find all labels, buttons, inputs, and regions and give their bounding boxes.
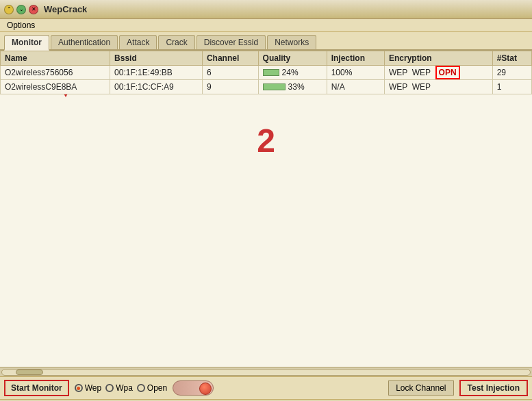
scrollbar-thumb[interactable] [16, 370, 43, 375]
title-bar: ⌃ ⌄ ✕ WepCrack [0, 0, 532, 19]
cell-encryption-2: WEP WEP [384, 80, 492, 94]
radio-wep[interactable]: Wep [75, 383, 101, 393]
tab-monitor[interactable]: Monitor [4, 35, 49, 51]
table-row[interactable]: O2wireless756056 00:1F:1E:49:BB 6 24% 10… [1, 66, 532, 80]
menu-bar: Options [0, 19, 532, 32]
radio-wpa-circle[interactable] [105, 384, 114, 392]
cell-bssid-2: 00:1F:1C:CF:A9 [110, 80, 203, 94]
radio-wep-circle[interactable] [75, 384, 83, 392]
radio-group: Wep Wpa Open [75, 383, 168, 393]
lock-channel-button[interactable]: Lock Channel [388, 380, 453, 396]
tab-authentication[interactable]: Authentication [51, 35, 118, 49]
cell-channel-2: 9 [202, 80, 258, 94]
cell-injection-2: N/A [327, 80, 384, 94]
cell-encryption-1: WEP WEP OPN [384, 66, 492, 80]
toggle-slider[interactable] [173, 380, 214, 396]
col-injection: Injection [327, 51, 384, 66]
start-monitor-button[interactable]: Start Monitor [4, 380, 69, 396]
network-count: 2 [0, 94, 532, 187]
col-channel: Channel [202, 51, 258, 66]
horizontal-scrollbar[interactable] [0, 367, 532, 376]
radio-open-circle[interactable] [137, 384, 145, 392]
network-table: Name Bssid Channel Quality Injection Enc… [0, 51, 532, 94]
cell-name-1: O2wireless756056 [1, 66, 110, 80]
cell-name-2: O2wirelessC9E8BA [1, 80, 110, 94]
cell-channel-1: 6 [202, 66, 258, 80]
maximize-button[interactable]: ⌄ [16, 5, 26, 14]
tab-networks[interactable]: Networks [267, 35, 316, 49]
opn-badge: OPN [435, 66, 460, 79]
minimize-button[interactable]: ⌃ [4, 5, 14, 14]
radio-wpa[interactable]: Wpa [105, 383, 133, 393]
col-stat: #Stat [492, 51, 531, 66]
main-window: Monitor Authentication Attack Crack Disc… [0, 32, 532, 399]
col-encryption: Encryption [384, 51, 492, 66]
cell-stat-1: 29 [492, 66, 531, 80]
col-bssid: Bssid [110, 51, 203, 66]
window-controls[interactable]: ⌃ ⌄ ✕ [4, 5, 38, 14]
menu-options[interactable]: Options [4, 19, 38, 31]
close-button[interactable]: ✕ [29, 5, 38, 14]
scrollbar-track[interactable] [1, 369, 531, 376]
radio-open-label: Open [147, 383, 167, 393]
bottom-bar: Start Monitor Wep Wpa Open Lock Channel … [0, 376, 532, 399]
tab-bar: Monitor Authentication Attack Crack Disc… [0, 32, 532, 51]
tab-crack[interactable]: Crack [158, 35, 194, 49]
table-row[interactable]: O2wirelessC9E8BA 00:1F:1C:CF:A9 9 33% N/… [1, 80, 532, 94]
tab-attack[interactable]: Attack [119, 35, 157, 49]
radio-wep-label: Wep [85, 383, 101, 393]
radio-open[interactable]: Open [137, 383, 167, 393]
cell-stat-2: 1 [492, 80, 531, 94]
cell-injection-1: 100% [327, 66, 384, 80]
window-title: WepCrack [44, 4, 87, 14]
content-area: Name Bssid Channel Quality Injection Enc… [0, 51, 532, 376]
cell-quality-2: 33% [258, 80, 327, 94]
cell-bssid-1: 00:1F:1E:49:BB [110, 66, 203, 80]
cell-quality-1: 24% [258, 66, 327, 80]
toggle-knob[interactable] [199, 383, 212, 395]
test-injection-button[interactable]: Test Injection [459, 380, 528, 396]
radio-wpa-label: Wpa [116, 383, 133, 393]
scroll-area: 2 [0, 94, 532, 367]
col-name: Name [1, 51, 110, 66]
col-quality: Quality [258, 51, 327, 66]
arrow-indicator [60, 94, 71, 97]
tab-discover-essid[interactable]: Discover Essid [197, 35, 266, 49]
